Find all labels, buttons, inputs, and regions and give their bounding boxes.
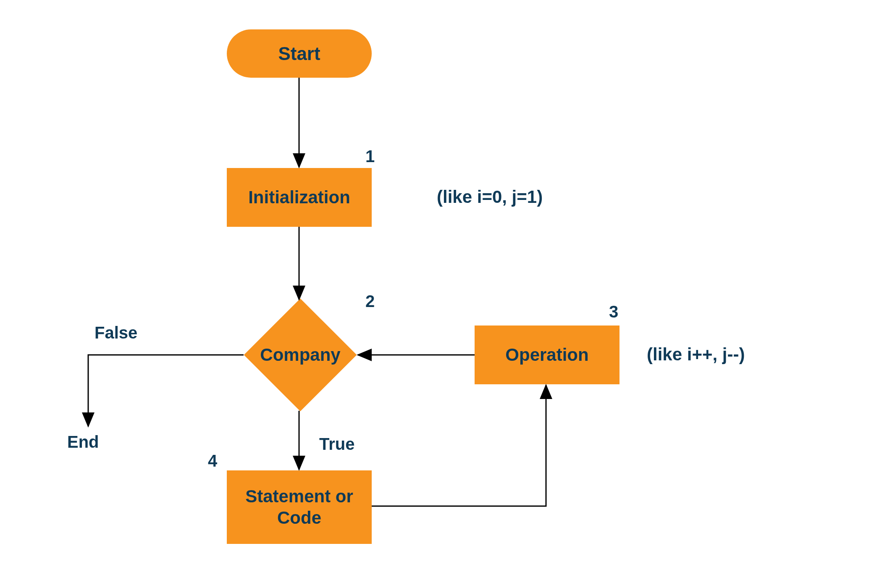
decision-label: Company xyxy=(244,298,357,412)
flowchart-canvas: Start Initialization 1 (like i=0, j=1) C… xyxy=(0,0,882,588)
decision-node: Company xyxy=(244,298,357,412)
initialization-number: 1 xyxy=(365,147,375,166)
operation-annotation: (like i++, j--) xyxy=(647,344,745,365)
arrow-statement-to-operation xyxy=(372,385,546,506)
statement-node: Statement or Code xyxy=(227,470,372,544)
initialization-node: Initialization xyxy=(227,168,372,227)
decision-text: Company xyxy=(260,345,340,365)
initialization-annotation: (like i=0, j=1) xyxy=(437,187,543,207)
statement-number: 4 xyxy=(208,452,217,470)
decision-number: 2 xyxy=(365,292,375,311)
start-node: Start xyxy=(227,29,372,78)
start-label: Start xyxy=(278,43,320,64)
false-label: False xyxy=(94,323,137,342)
operation-node: Operation xyxy=(475,326,620,384)
arrow-decision-false xyxy=(88,355,244,426)
initialization-label: Initialization xyxy=(248,187,350,207)
true-label: True xyxy=(319,435,354,454)
operation-number: 3 xyxy=(609,302,618,321)
arrows-layer xyxy=(0,0,882,588)
statement-label: Statement or Code xyxy=(227,486,372,528)
operation-label: Operation xyxy=(505,345,588,365)
end-label: End xyxy=(67,433,99,452)
